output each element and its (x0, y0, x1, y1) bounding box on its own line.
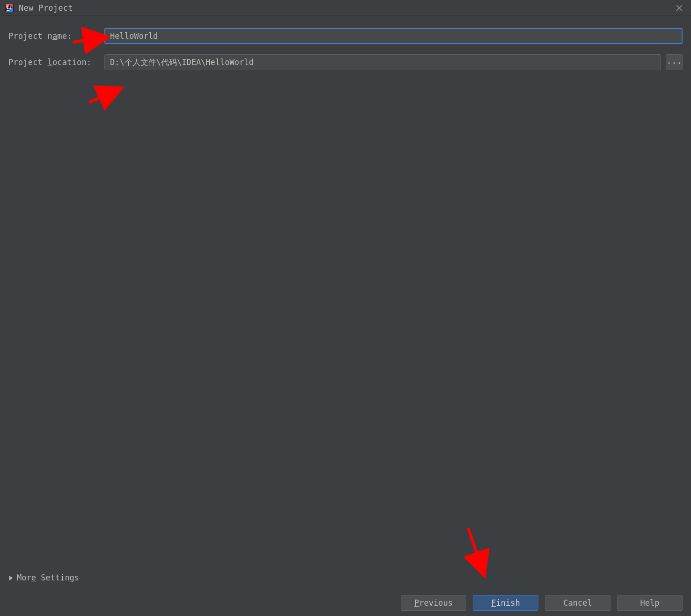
titlebar: New Project (0, 0, 691, 16)
intellij-icon (5, 3, 14, 13)
project-name-input[interactable] (104, 28, 683, 44)
project-location-label: Project location: (8, 58, 104, 67)
more-settings-label: More Settings (17, 573, 79, 582)
svg-line-9 (468, 528, 484, 573)
more-settings-toggle[interactable]: More Settings (8, 573, 79, 582)
svg-rect-5 (9, 8, 11, 9)
browse-button[interactable]: ... (666, 54, 683, 70)
annotation-arrows (0, 0, 691, 616)
chevron-right-icon (8, 573, 13, 582)
previous-button[interactable]: Previous (401, 595, 466, 611)
project-location-input[interactable] (104, 54, 661, 70)
help-button[interactable]: Help (617, 595, 683, 611)
svg-rect-4 (10, 6, 11, 9)
svg-line-8 (89, 89, 119, 103)
project-name-row: Project name: (8, 28, 683, 44)
close-icon[interactable] (671, 0, 687, 16)
dialog-footer: Previous Finish Cancel Help (0, 589, 691, 616)
svg-rect-6 (7, 10, 9, 11)
project-name-label: Project name: (8, 31, 104, 41)
project-location-row: Project location: ... (8, 54, 683, 70)
svg-rect-3 (7, 8, 9, 9)
cancel-button[interactable]: Cancel (545, 595, 610, 611)
svg-rect-2 (7, 6, 8, 8)
finish-button[interactable]: Finish (473, 595, 538, 611)
window-title: New Project (19, 3, 73, 13)
